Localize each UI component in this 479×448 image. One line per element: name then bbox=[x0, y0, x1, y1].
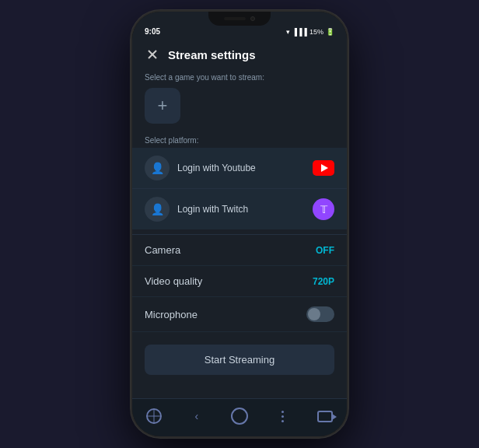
globe-icon bbox=[146, 408, 162, 424]
settings-section: Camera OFF Video quality 720P Microphone bbox=[132, 234, 347, 332]
notch-camera bbox=[250, 16, 255, 21]
plus-icon: + bbox=[158, 97, 168, 114]
start-streaming-button[interactable]: Start Streaming bbox=[145, 345, 334, 375]
status-icons: ▾ ▐▐▐ 15% 🔋 bbox=[286, 28, 334, 36]
microphone-toggle[interactable] bbox=[306, 306, 334, 322]
menu-dot-1 bbox=[281, 411, 284, 413]
twitch-login-label: Login with Twitch bbox=[177, 204, 305, 215]
battery-text: 15% bbox=[309, 28, 323, 36]
stream-settings-header: Stream settings bbox=[132, 39, 347, 68]
nav-home-button[interactable] bbox=[229, 405, 250, 427]
screen: 9:05 ▾ ▐▐▐ 15% 🔋 Stream settings Select … bbox=[132, 12, 347, 436]
nav-camera-button[interactable] bbox=[314, 405, 336, 427]
video-quality-setting-row: Video quality 720P bbox=[132, 266, 347, 297]
bottom-nav: ‹ bbox=[132, 398, 347, 436]
page-title: Stream settings bbox=[168, 48, 256, 61]
youtube-login-row[interactable]: 👤 Login with Youtube bbox=[132, 148, 347, 188]
twitch-badge: 𝕋 bbox=[313, 198, 334, 220]
camera-value[interactable]: OFF bbox=[316, 245, 334, 256]
twitch-icon: 𝕋 bbox=[320, 204, 327, 215]
menu-dot-3 bbox=[281, 420, 284, 422]
platform-section-label: Select platform: bbox=[132, 131, 347, 148]
microphone-label: Microphone bbox=[145, 309, 198, 320]
phone-frame: 9:05 ▾ ▐▐▐ 15% 🔋 Stream settings Select … bbox=[131, 10, 348, 438]
youtube-avatar: 👤 bbox=[145, 156, 170, 180]
youtube-play-icon bbox=[321, 164, 328, 172]
home-icon bbox=[231, 408, 248, 425]
youtube-badge bbox=[313, 160, 334, 176]
toggle-thumb bbox=[308, 308, 320, 320]
game-selector: + bbox=[132, 85, 347, 131]
game-section-label: Select a game you want to stream: bbox=[132, 68, 347, 85]
camera-setting-row: Camera OFF bbox=[132, 235, 347, 266]
start-btn-container: Start Streaming bbox=[132, 332, 347, 381]
close-button[interactable] bbox=[145, 47, 160, 62]
menu-icon bbox=[281, 411, 284, 422]
camera-label: Camera bbox=[145, 244, 180, 256]
nav-menu-button[interactable] bbox=[271, 405, 293, 427]
user-icon-twitch: 👤 bbox=[151, 203, 164, 215]
notch bbox=[208, 12, 271, 26]
status-time: 9:05 bbox=[145, 27, 160, 36]
youtube-login-label: Login with Youtube bbox=[177, 163, 305, 173]
add-game-button[interactable]: + bbox=[145, 88, 180, 124]
user-icon: 👤 bbox=[151, 162, 164, 174]
signal-icon: ▐▐▐ bbox=[292, 28, 307, 36]
twitch-avatar: 👤 bbox=[145, 197, 170, 222]
notch-speaker bbox=[224, 17, 246, 20]
video-quality-label: Video quality bbox=[145, 275, 202, 287]
microphone-setting-row: Microphone bbox=[132, 297, 347, 332]
video-quality-value[interactable]: 720P bbox=[313, 276, 334, 287]
twitch-login-row[interactable]: 👤 Login with Twitch 𝕋 bbox=[132, 188, 347, 229]
battery-icon: 🔋 bbox=[326, 28, 334, 36]
nav-globe-button[interactable] bbox=[143, 405, 165, 427]
nav-back-button[interactable]: ‹ bbox=[186, 405, 208, 427]
start-streaming-label: Start Streaming bbox=[205, 354, 274, 366]
back-icon: ‹ bbox=[194, 410, 198, 422]
wifi-icon: ▾ bbox=[286, 28, 290, 36]
content-area: Select a game you want to stream: + Sele… bbox=[132, 68, 347, 398]
camera-nav-icon bbox=[317, 411, 333, 422]
menu-dot-2 bbox=[281, 415, 284, 418]
close-icon bbox=[147, 49, 158, 60]
